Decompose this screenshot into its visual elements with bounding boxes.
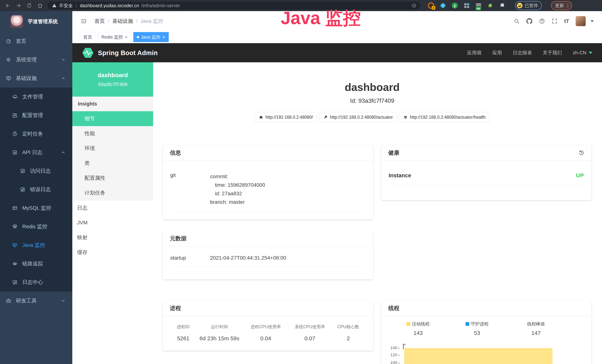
- chevron-down-icon: [61, 58, 65, 62]
- menu-item-details[interactable]: 细节: [72, 111, 153, 126]
- sidebar-item-infrastructure[interactable]: 基础设施: [0, 69, 72, 87]
- sidebar-item-file-management[interactable]: 文件管理: [0, 87, 72, 106]
- breadcrumb-separator: /: [108, 18, 109, 24]
- extensions-puzzle-icon[interactable]: [499, 3, 505, 9]
- table-row: Instance UP: [389, 172, 584, 186]
- sidebar-item-log-center[interactable]: 日志中心: [0, 273, 72, 291]
- info-row-value: commit: time: 1596289704000 id: 27aa832 …: [210, 172, 265, 206]
- menu-item-classes[interactable]: 类: [72, 156, 153, 171]
- menu-item-logfile[interactable]: 日志: [72, 201, 153, 215]
- menu-item-config-properties[interactable]: 配置属性: [72, 171, 153, 185]
- reload-icon[interactable]: [26, 3, 32, 9]
- extension-y-icon[interactable]: y: [452, 2, 458, 9]
- warning-icon[interactable]: [52, 3, 57, 8]
- menu-item-performance[interactable]: 性能: [72, 126, 153, 141]
- tab-redis-monitor[interactable]: Redis 监控 ×: [98, 32, 131, 42]
- extension-leaf-icon[interactable]: [487, 2, 494, 9]
- sba-locale-select[interactable]: zh-CN: [573, 50, 592, 56]
- browser-menu-icon[interactable]: [567, 5, 568, 6]
- endpoint-links: http://192.168.0.2:48080/ http://192.168…: [153, 112, 591, 122]
- card-title: 线程: [388, 304, 399, 312]
- sba-nav-journal[interactable]: 日志报表: [513, 50, 532, 56]
- sba-header: Spring Boot Admin 应用墙 应用 日志报表 关于我们 zh-CN: [72, 43, 602, 62]
- extension-grid-icon[interactable]: [463, 2, 470, 9]
- tabs-bar: 首页 Redis 监控 × Java 监控 ×: [72, 31, 602, 43]
- chevron-up-icon: [61, 76, 65, 80]
- screen: 不安全 dashboard.yudao.iocoder.cn/infra/adm…: [0, 0, 602, 364]
- bookmark-star-icon[interactable]: [411, 3, 417, 8]
- close-icon[interactable]: ×: [162, 35, 165, 40]
- sidebar-item-java-monitor[interactable]: Java 监控: [0, 236, 72, 254]
- sidebar-item-config-management[interactable]: 配置管理: [0, 106, 72, 125]
- close-icon[interactable]: ×: [125, 35, 128, 40]
- menu-item-caches[interactable]: 缓存: [72, 245, 153, 260]
- extension-icons: 1 y on: [428, 2, 505, 9]
- endpoint-home-button[interactable]: http://192.168.0.2:48080/: [255, 112, 317, 122]
- card-title: 信息: [170, 149, 181, 157]
- extension-badge: 1: [432, 6, 435, 10]
- extension-tabs-icon[interactable]: on: [475, 2, 482, 9]
- font-size-icon[interactable]: tT: [564, 18, 569, 24]
- home-icon[interactable]: [37, 3, 43, 9]
- sidebar-item-redis-monitor[interactable]: Redis 监控: [0, 217, 72, 236]
- sidebar-item-home[interactable]: 首页: [0, 32, 72, 50]
- menu-item-environment[interactable]: 环境: [72, 141, 153, 156]
- fullscreen-icon[interactable]: [552, 18, 558, 24]
- github-icon[interactable]: [526, 18, 532, 24]
- profile-paused-badge[interactable]: 已暂停: [515, 1, 542, 10]
- metadata-row-value: 2021-04-27T00:44:31.254+08:00: [210, 255, 286, 261]
- tab-java-monitor[interactable]: Java 监控 ×: [133, 32, 169, 42]
- sba-nav-applications[interactable]: 应用: [492, 50, 502, 56]
- sba-nav-wallboard[interactable]: 应用墙: [467, 50, 482, 56]
- process-card: 进程 进程ID 运行时间 进程CPU使用率 系统CPU使用率 CPU核心数: [163, 300, 373, 351]
- card-title: 进程: [170, 304, 181, 312]
- sba-nav-about[interactable]: 关于我们: [543, 50, 562, 56]
- endpoint-actuator-button[interactable]: http://192.168.0.2:48080/actuator: [319, 112, 397, 122]
- chevron-down-icon: [61, 299, 65, 303]
- menu-item-jvm[interactable]: JVM: [72, 215, 153, 230]
- sidebar-item-error-logs[interactable]: 错误日志: [0, 180, 72, 199]
- help-icon[interactable]: [539, 18, 545, 24]
- sidebar-item-mysql-monitor[interactable]: MySQL 监控: [0, 199, 72, 217]
- sidebar-item-tracing[interactable]: 链路追踪: [0, 254, 72, 273]
- breadcrumb-home[interactable]: 首页: [95, 18, 105, 25]
- wrench-icon: [323, 115, 328, 119]
- legend-swatch-daemon: [465, 322, 469, 326]
- sidebar-item-scheduled-jobs[interactable]: 定时任务: [0, 125, 72, 143]
- active-tab-dot: [137, 36, 139, 38]
- app-logo-row[interactable]: 芋道管理系统: [0, 11, 72, 32]
- sidebar-item-dev-tools[interactable]: 研发工具: [0, 291, 72, 310]
- browser-update-button[interactable]: 更新: [551, 1, 572, 10]
- brand-title[interactable]: Spring Boot Admin: [98, 49, 158, 57]
- heartbeat-icon: [403, 115, 408, 119]
- dashboard-icon: [6, 39, 11, 44]
- card-title: 健康: [388, 149, 399, 157]
- cpu-cores: 2: [331, 335, 366, 342]
- user-caret-icon[interactable]: [591, 20, 594, 22]
- breadcrumb-infrastructure[interactable]: 基础设施: [112, 18, 133, 25]
- tab-home[interactable]: 首页: [80, 32, 96, 42]
- menu-item-scheduled-tasks[interactable]: 计划任务: [72, 185, 153, 200]
- legend-item: 活动线程 143: [389, 321, 448, 336]
- instance-header[interactable]: dashboard 93a3fc7f7409: [72, 62, 153, 96]
- threads-chart: 140 120 100: [381, 341, 591, 364]
- extension-pin-icon[interactable]: [440, 2, 446, 9]
- back-icon[interactable]: [5, 3, 11, 9]
- chevron-down-icon: [589, 52, 592, 54]
- search-icon[interactable]: [514, 18, 520, 24]
- sidebar-item-system-management[interactable]: 系统管理: [0, 50, 72, 69]
- emoji-avatar: [517, 3, 522, 8]
- health-card: 健康 Instance UP: [381, 145, 591, 200]
- forward-icon[interactable]: [16, 3, 22, 9]
- sidebar-item-api-logs[interactable]: API 日志: [0, 143, 72, 162]
- menu-item-mappings[interactable]: 映射: [72, 230, 153, 245]
- endpoint-health-button[interactable]: http://192.168.0.2:48080/actuator/health: [399, 112, 490, 122]
- instance-id-line: Id: 93a3fc7f7409: [153, 97, 591, 104]
- breadcrumb-current: Java 监控: [140, 18, 163, 25]
- cloud-upload-icon: [12, 94, 17, 99]
- history-icon[interactable]: [579, 150, 584, 156]
- sidebar-collapse-icon[interactable]: [80, 18, 87, 24]
- sidebar-item-access-logs[interactable]: 访问日志: [0, 162, 72, 180]
- user-avatar[interactable]: [576, 16, 586, 26]
- extension-orange-icon[interactable]: 1: [428, 2, 434, 9]
